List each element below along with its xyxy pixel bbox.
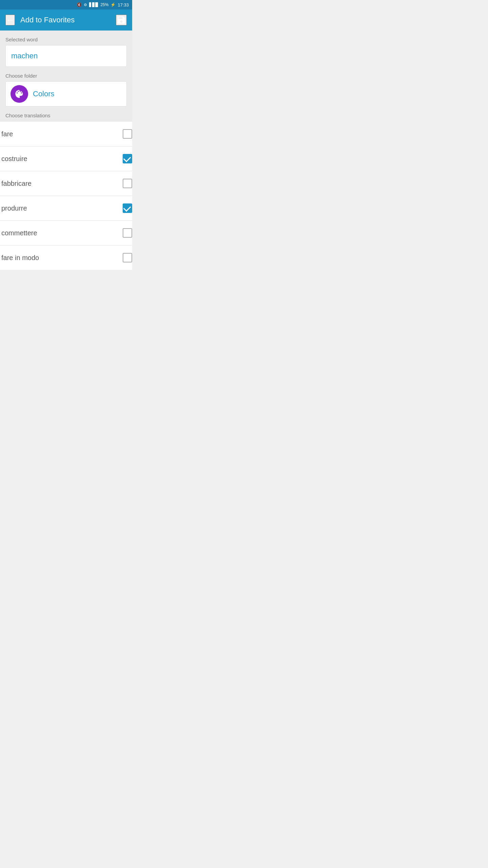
translation-checkbox[interactable] bbox=[123, 203, 132, 213]
palette-icon bbox=[15, 89, 24, 99]
translation-text: fare in modo bbox=[1, 254, 39, 262]
mute-icon: 🔇 bbox=[77, 2, 82, 7]
translation-checkbox[interactable] bbox=[123, 129, 132, 139]
folder-name: Colors bbox=[33, 90, 55, 98]
main-content: Selected word machen Choose folder Color… bbox=[0, 31, 132, 122]
battery-icon: ⚡ bbox=[110, 2, 116, 7]
bluetooth-icon: ⚙ bbox=[84, 3, 87, 7]
battery-percentage: 25% bbox=[100, 2, 108, 7]
folder-icon-circle bbox=[11, 85, 28, 103]
translation-text: produrre bbox=[1, 204, 27, 212]
save-button[interactable] bbox=[116, 15, 127, 25]
app-bar: ← Add to Favorites bbox=[0, 9, 132, 31]
translations-list: farecostruirefabbricareprodurrecommetter… bbox=[0, 122, 132, 270]
choose-translations-label: Choose translations bbox=[5, 113, 127, 122]
translation-item[interactable]: costruire bbox=[0, 146, 132, 171]
translation-text: commettere bbox=[1, 229, 37, 237]
translation-text: fabbricare bbox=[1, 180, 32, 188]
translation-item[interactable]: commettere bbox=[0, 221, 132, 245]
signal-icon: ▋▊▉ bbox=[89, 2, 98, 7]
status-bar: 🔇 ⚙ ▋▊▉ 25% ⚡ 17:33 bbox=[0, 0, 132, 9]
status-time: 17:33 bbox=[118, 2, 129, 7]
translation-item[interactable]: produrre bbox=[0, 196, 132, 221]
selected-word-value: machen bbox=[11, 52, 38, 60]
translation-item[interactable]: fare in modo bbox=[0, 245, 132, 270]
translation-checkbox[interactable] bbox=[123, 253, 132, 262]
translation-checkbox[interactable] bbox=[123, 228, 132, 238]
translation-checkbox[interactable] bbox=[123, 179, 132, 188]
save-icon bbox=[117, 15, 126, 25]
translation-item[interactable]: fabbricare bbox=[0, 171, 132, 196]
page-title: Add to Favorites bbox=[20, 16, 75, 24]
folder-selector[interactable]: Colors bbox=[5, 81, 127, 106]
translation-text: costruire bbox=[1, 155, 27, 163]
choose-folder-label: Choose folder bbox=[5, 73, 127, 79]
translation-checkbox[interactable] bbox=[123, 154, 132, 163]
back-button[interactable]: ← bbox=[5, 15, 15, 25]
translation-text: fare bbox=[1, 130, 13, 138]
selected-word-label: Selected word bbox=[5, 37, 127, 42]
translation-item[interactable]: fare bbox=[0, 122, 132, 146]
selected-word-field: machen bbox=[5, 45, 127, 67]
